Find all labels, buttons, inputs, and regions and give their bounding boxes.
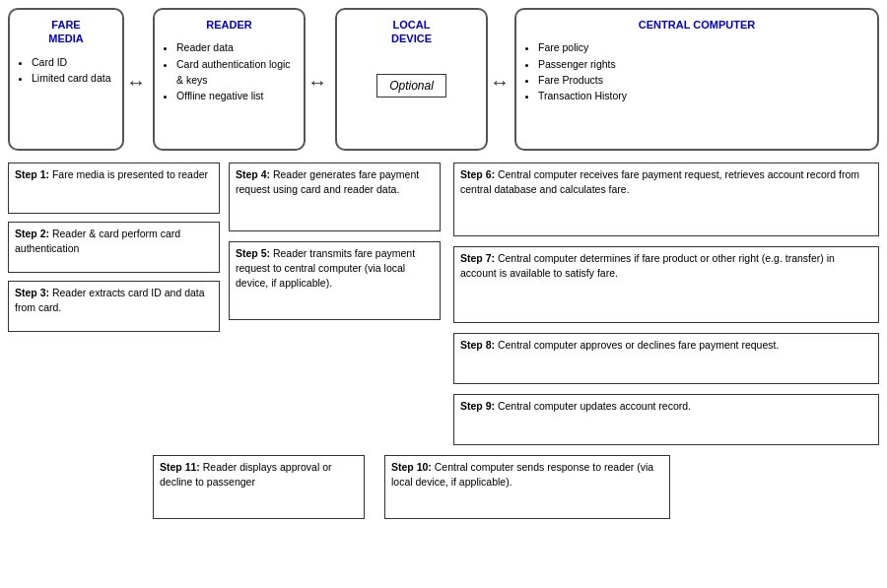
cc-item-1: Fare policy <box>538 39 869 55</box>
step2-box: Step 2: Reader & card perform card authe… <box>8 222 220 273</box>
reader-item-2: Card authentication logic & keys <box>176 56 296 89</box>
fare-media-item-2: Limited card data <box>32 70 114 86</box>
reader-items: Reader data Card authentication logic & … <box>176 39 296 103</box>
step10-box: Step 10: Central computer sends response… <box>384 455 670 519</box>
step11-label: Step 11: <box>160 461 200 473</box>
step1-label: Step 1: <box>15 168 49 180</box>
step10-text: Central computer sends response to reade… <box>391 461 653 488</box>
step9-box: Step 9: Central computer updates account… <box>453 394 879 445</box>
fare-media-items: Card ID Limited card data <box>32 54 114 87</box>
step11-box: Step 11: Reader displays approval or dec… <box>153 455 365 519</box>
step4-label: Step 4: <box>236 168 270 180</box>
step7-box: Step 7: Central computer determines if f… <box>453 246 879 323</box>
reader-box: READER Reader data Card authentication l… <box>153 8 306 151</box>
reader-item-3: Offline negative list <box>176 88 296 103</box>
step6-box: Step 6: Central computer receives fare p… <box>453 163 879 236</box>
central-computer-box: CENTRAL COMPUTER Fare policy Passenger r… <box>514 8 879 151</box>
step5-box: Step 5: Reader transmits fare payment re… <box>229 241 441 320</box>
fare-media-box: FARE MEDIA Card ID Limited card data <box>8 8 124 151</box>
arrow-local-central: ↔ <box>490 71 510 94</box>
optional-label: Optional <box>376 74 446 98</box>
reader-title: READER <box>163 18 296 32</box>
step6-text: Central computer receives fare payment r… <box>460 168 859 195</box>
cc-item-4: Transaction History <box>538 88 869 103</box>
fare-media-item-1: Card ID <box>32 54 114 70</box>
step2-label: Step 2: <box>15 228 49 239</box>
step9-text: Central computer updates account record. <box>495 400 691 412</box>
step1-text: Fare media is presented to reader <box>49 168 208 180</box>
reader-item-1: Reader data <box>176 39 296 55</box>
step9-label: Step 9: <box>460 400 495 412</box>
central-computer-title: CENTRAL COMPUTER <box>524 18 869 32</box>
step8-text: Central computer approves or declines fa… <box>495 339 779 351</box>
cc-item-2: Passenger rights <box>538 56 869 72</box>
step7-label: Step 7: <box>460 252 495 264</box>
step6-label: Step 6: <box>460 168 495 180</box>
step10-label: Step 10: <box>391 461 432 473</box>
step3-box: Step 3: Reader extracts card ID and data… <box>8 281 220 332</box>
step8-label: Step 8: <box>460 339 495 351</box>
arrow-fm-reader: ↔ <box>126 71 146 94</box>
local-device-box: LOCAL DEVICE Optional <box>335 8 488 151</box>
step7-text: Central computer determines if fare prod… <box>460 252 835 279</box>
step8-box: Step 8: Central computer approves or dec… <box>453 333 879 384</box>
step1-box: Step 1: Fare media is presented to reade… <box>8 163 220 214</box>
step4-box: Step 4: Reader generates fare payment re… <box>229 163 441 231</box>
fare-media-title: FARE MEDIA <box>18 18 114 46</box>
local-device-title: LOCAL DEVICE <box>391 18 432 46</box>
cc-item-3: Fare Products <box>538 72 869 88</box>
step5-label: Step 5: <box>236 247 270 259</box>
step3-label: Step 3: <box>15 287 49 298</box>
arrow-reader-local: ↔ <box>307 71 327 94</box>
diagram-page: FARE MEDIA Card ID Limited card data ↔ R… <box>0 0 887 588</box>
central-computer-items: Fare policy Passenger rights Fare Produc… <box>538 39 869 103</box>
